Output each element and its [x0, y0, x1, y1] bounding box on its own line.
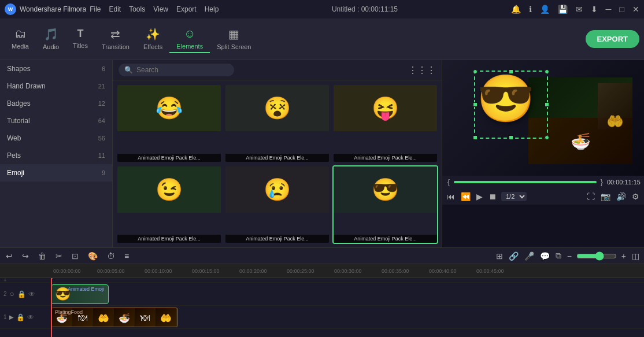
- elements-icon: ☺: [184, 27, 195, 40]
- category-emoji-count: 9: [102, 169, 105, 176]
- menu-view[interactable]: View: [153, 5, 168, 13]
- cut-button[interactable]: ✂: [53, 250, 65, 262]
- category-shapes[interactable]: Shapes 6: [0, 60, 112, 77]
- tracks-inner: 😎 Animated Emoji PlatingFood 🍜 🍽 🤲 🍜 �: [51, 278, 644, 337]
- preview-canvas: 🍜 🤲 😎: [442, 60, 644, 176]
- notification-icon[interactable]: 🔔: [511, 5, 521, 14]
- playhead[interactable]: [51, 278, 52, 337]
- category-badges[interactable]: Badges 12: [0, 95, 112, 112]
- info-icon[interactable]: ℹ: [529, 5, 532, 14]
- close-button[interactable]: ✕: [632, 5, 639, 14]
- progress-bar[interactable]: [454, 181, 597, 183]
- preview-time: 00:00:11:15: [607, 179, 641, 186]
- undo-button[interactable]: ↩: [3, 250, 15, 262]
- menu-file[interactable]: File: [90, 5, 101, 13]
- track-lock-2[interactable]: 🔒: [17, 290, 26, 298]
- track-visibility-2[interactable]: 👁: [28, 290, 35, 298]
- toolbar-audio[interactable]: 🎵 Audio: [36, 25, 66, 54]
- category-shapes-label: Shapes: [7, 65, 31, 73]
- toolbar-elements[interactable]: ☺ Elements: [169, 25, 210, 53]
- ruler-mark-9: 00:00:45:00: [476, 268, 504, 274]
- ruler-mark-2: 00:00:10:00: [145, 268, 172, 274]
- grid-item-4[interactable]: 😉 Animated Emoji Pack Ele...: [116, 165, 222, 245]
- delete-button[interactable]: 🗑: [36, 250, 49, 262]
- snap-button[interactable]: ⊞: [495, 250, 504, 262]
- link-button[interactable]: 🔗: [508, 250, 520, 262]
- search-input[interactable]: [136, 66, 223, 74]
- account-icon[interactable]: 👤: [540, 5, 550, 14]
- toolbar-splitscreen[interactable]: ▦ Split Screen: [210, 25, 258, 54]
- grid-item-1-label: Animated Emoji Pack Ele...: [117, 154, 221, 162]
- titlebar-controls: 🔔 ℹ 👤 💾 ✉ ⬇ ─ □ ✕: [511, 5, 639, 14]
- track-visibility-1[interactable]: 👁: [27, 313, 34, 321]
- category-web[interactable]: Web 56: [0, 129, 112, 147]
- speed-button[interactable]: ⏱: [105, 250, 117, 262]
- subtitle-button[interactable]: 💬: [539, 250, 551, 262]
- voiceover-button[interactable]: 🎤: [523, 250, 535, 262]
- menu-export[interactable]: Export: [176, 5, 197, 13]
- grid-toggle-icon[interactable]: ⋮⋮⋮: [408, 65, 436, 76]
- play-button[interactable]: ▶: [475, 191, 484, 202]
- toolbar-effects[interactable]: ✨ Effects: [136, 25, 169, 54]
- category-tutorial[interactable]: Tutorial 64: [0, 112, 112, 129]
- snapshot-button[interactable]: 📷: [599, 191, 612, 202]
- category-handdrawn[interactable]: Hand Drawn 21: [0, 77, 112, 95]
- ruler-mark-7: 00:00:35:00: [382, 268, 409, 274]
- toolbar-titles[interactable]: T Titles: [66, 25, 95, 53]
- step-back-button[interactable]: ⏪: [460, 191, 472, 202]
- skip-back-button[interactable]: ⏮: [446, 191, 456, 202]
- zoom-out-button[interactable]: −: [566, 250, 573, 262]
- settings-button[interactable]: ⚙: [631, 191, 641, 202]
- save-icon[interactable]: 💾: [558, 5, 568, 14]
- track-row-2: 😎 Animated Emoji: [51, 283, 644, 306]
- content-panel: 🔍 ⋮⋮⋮ 😂 Animated Emoji Pack Ele... 😵 Ani…: [113, 60, 442, 247]
- toolbar-elements-label: Elements: [176, 43, 203, 50]
- track-controls-2: 🔒 👁: [17, 290, 35, 298]
- category-pets[interactable]: Pets 11: [0, 147, 112, 164]
- main-area: Shapes 6 Hand Drawn 21 Badges 12 Tutoria…: [0, 60, 644, 247]
- mark-out-button[interactable]: }: [599, 178, 605, 186]
- audio-mix-button[interactable]: ≡: [122, 250, 131, 262]
- grid-item-6[interactable]: 😎 Animated Emoji Pack Ele...: [332, 165, 438, 245]
- audio-icon: 🎵: [44, 27, 58, 41]
- audio-button[interactable]: 🔊: [615, 191, 627, 202]
- message-icon[interactable]: ✉: [576, 5, 583, 14]
- maximize-button[interactable]: □: [620, 5, 624, 14]
- download-icon[interactable]: ⬇: [591, 5, 598, 14]
- menu-help[interactable]: Help: [205, 5, 219, 13]
- toolbar-transition[interactable]: ⇄ Transition: [95, 25, 136, 54]
- grid-item-2[interactable]: 😵 Animated Emoji Pack Ele...: [224, 84, 330, 163]
- app-name: Wondershare Filmora: [20, 5, 86, 13]
- menu-edit[interactable]: Edit: [109, 5, 121, 13]
- track-num-2: 2: [3, 291, 7, 297]
- toolbar-media[interactable]: 🗂 Media: [5, 25, 36, 53]
- ruler-mark-5: 00:00:25:00: [287, 268, 314, 274]
- track-lock-1[interactable]: 🔒: [16, 313, 25, 321]
- emoji-clip[interactable]: 😎 Animated Emoji: [51, 284, 109, 304]
- grid-item-5[interactable]: 😢 Animated Emoji Pack Ele...: [224, 165, 330, 245]
- collapse-button[interactable]: ◫: [631, 250, 641, 262]
- progress-fill: [454, 181, 597, 183]
- timeline-tracks-content: 😎 Animated Emoji PlatingFood 🍜 🍽 🤲 🍜 �: [51, 278, 644, 337]
- crop-button[interactable]: ⊡: [69, 250, 81, 262]
- export-button[interactable]: EXPORT: [586, 30, 639, 48]
- mark-in-button[interactable]: {: [446, 178, 451, 186]
- video-clip[interactable]: PlatingFood 🍜 🍽 🤲 🍜 🍽 🤲: [51, 308, 178, 327]
- minimize-button[interactable]: ─: [606, 5, 612, 14]
- zoom-slider[interactable]: [576, 251, 617, 261]
- menu-tools[interactable]: Tools: [129, 5, 145, 13]
- redo-button[interactable]: ↪: [20, 250, 31, 262]
- pip-button[interactable]: ⧉: [554, 250, 562, 262]
- toolbar-media-label: Media: [12, 43, 29, 50]
- track-type-icon-2: ☺: [9, 291, 15, 297]
- grid-item-1[interactable]: 😂 Animated Emoji Pack Ele...: [116, 84, 222, 163]
- speed-selector[interactable]: 1/2 1/4 1 2: [501, 192, 527, 201]
- grid-item-3[interactable]: 😝 Animated Emoji Pack Ele...: [332, 84, 438, 163]
- zoom-in-button[interactable]: +: [620, 250, 627, 262]
- category-emoji[interactable]: Emoji 9: [0, 164, 112, 182]
- stop-button[interactable]: ⏹: [487, 191, 498, 202]
- color-button[interactable]: 🎨: [86, 250, 100, 262]
- toolbar-audio-label: Audio: [43, 43, 59, 50]
- track-row-1: PlatingFood 🍜 🍽 🤲 🍜 🍽 🤲: [51, 306, 644, 329]
- fullscreen-button[interactable]: ⛶: [586, 191, 596, 202]
